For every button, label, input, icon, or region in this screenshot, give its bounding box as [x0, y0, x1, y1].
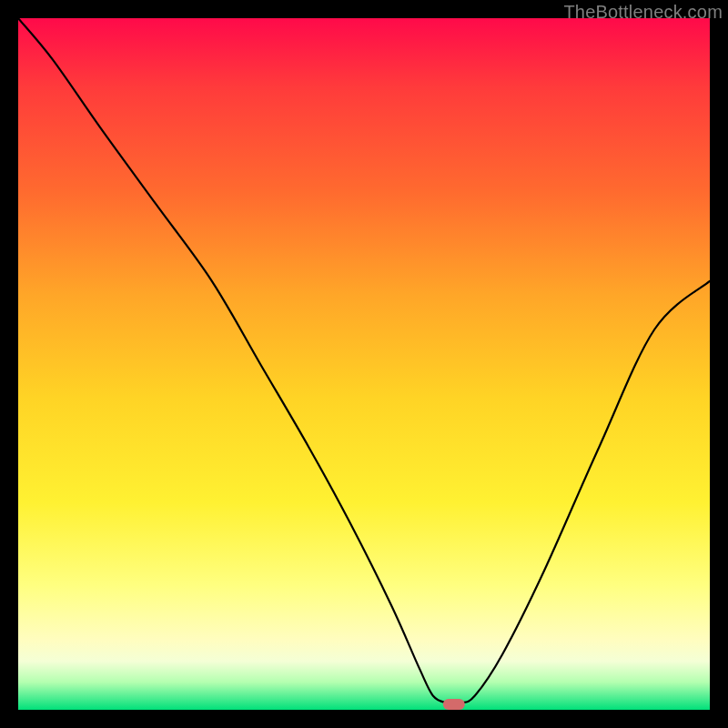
chart-frame: TheBottleneck.com [0, 0, 728, 728]
optimum-marker [443, 699, 465, 710]
plot-area [18, 18, 710, 710]
curve-svg [18, 18, 710, 710]
watermark-text: TheBottleneck.com [563, 2, 723, 23]
bottleneck-curve [18, 18, 710, 703]
